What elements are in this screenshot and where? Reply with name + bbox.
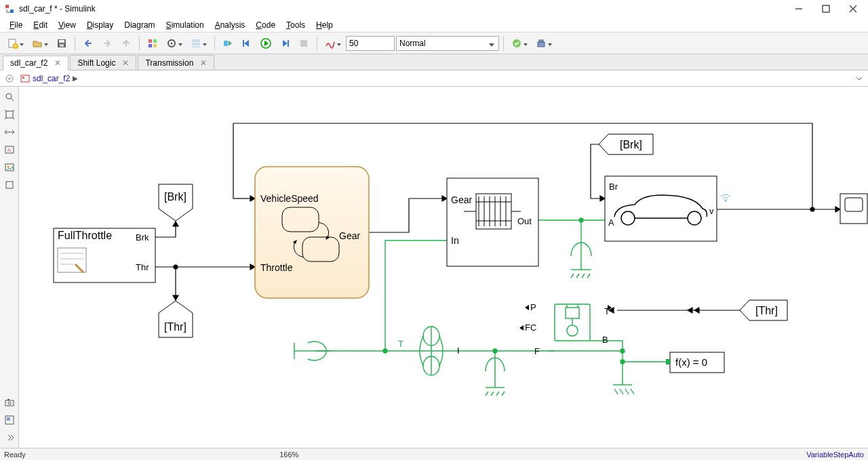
step-back-button[interactable] [238, 35, 256, 52]
breadcrumb-label: sdl_car_f2 [33, 74, 70, 83]
port-br-label: Br [609, 182, 618, 192]
window-minimize-button[interactable] [785, 0, 812, 18]
svg-text:A: A [7, 147, 12, 153]
explorer-drop-button[interactable] [853, 75, 865, 82]
menu-view[interactable]: View [53, 19, 81, 31]
canvas-palette: A [0, 87, 19, 448]
tab-close-icon[interactable]: ✕ [200, 59, 207, 67]
breadcrumb-root[interactable]: sdl_car_f2 ▶ [20, 74, 78, 83]
svg-rect-6 [59, 40, 64, 43]
svg-rect-34 [6, 182, 13, 188]
stream-icon [721, 194, 730, 201]
svg-rect-39 [7, 417, 10, 421]
menu-file[interactable]: Filedocument.currentScript.previousEleme… [4, 19, 28, 31]
solver-label: f(x) = 0 [675, 356, 707, 368]
up-button[interactable] [117, 35, 135, 52]
save-button[interactable] [53, 35, 71, 52]
port-gear: Gear [339, 230, 360, 241]
window-maximize-button[interactable] [812, 0, 840, 18]
signal-logging-button[interactable] [321, 35, 344, 52]
fast-restart-button[interactable] [219, 35, 237, 52]
tab-transmission[interactable]: Transmission ✕ [138, 55, 214, 70]
step-forward-button[interactable] [276, 35, 294, 52]
solver-configuration-block[interactable]: f(x) = 0 [666, 352, 724, 373]
image-button[interactable] [2, 160, 17, 175]
menu-tools[interactable]: Tools [281, 19, 311, 31]
svg-rect-17 [224, 41, 228, 46]
back-button[interactable] [79, 35, 97, 52]
scope-block[interactable] [840, 194, 867, 224]
simulation-mode-select[interactable]: Normal [396, 36, 499, 51]
tab-shift-logic[interactable]: Shift Logic ✕ [70, 55, 136, 70]
port-b-label: B [602, 335, 608, 345]
tab-label: sdl_car_f2 [10, 58, 47, 68]
svg-rect-14 [192, 39, 200, 42]
svg-rect-23 [538, 42, 545, 47]
svg-point-33 [7, 166, 9, 168]
menu-analysis[interactable]: Analysis [210, 19, 251, 31]
forward-button[interactable] [98, 35, 116, 52]
goto-thr-block[interactable]: [Thr] [159, 301, 193, 337]
mechanical-reference-b-icon[interactable] [613, 385, 634, 394]
menu-display[interactable]: Display [81, 19, 119, 31]
svg-rect-21 [300, 40, 307, 47]
engine-block[interactable]: P FC F T B [519, 302, 612, 356]
annotation-button[interactable]: A [2, 142, 17, 157]
port-t-label: T [398, 339, 403, 349]
tag-label: [Thr] [164, 321, 186, 333]
svg-rect-16 [192, 46, 200, 47]
port-in-label: In [451, 235, 459, 246]
signal-builder-block[interactable]: FullThrottle Brk Thr [54, 228, 155, 283]
svg-rect-27 [22, 77, 24, 79]
port-thr-label: Thr [136, 262, 149, 272]
run-button[interactable] [257, 35, 275, 52]
update-diagram-button[interactable] [508, 35, 531, 52]
open-button[interactable] [28, 35, 52, 52]
menu-edit[interactable]: Edit [28, 19, 53, 31]
model-config-button[interactable] [163, 35, 186, 52]
status-solver[interactable]: VariableStepAuto [806, 451, 864, 459]
svg-point-28 [6, 93, 12, 99]
expand-palette-button[interactable] [2, 430, 17, 445]
tab-close-icon[interactable]: ✕ [122, 59, 129, 67]
port-i-label: I [457, 346, 460, 356]
menu-diagram[interactable]: Diagram [119, 19, 160, 31]
explorer-bar: sdl_car_f2 ▶ [0, 70, 868, 87]
svg-rect-8 [149, 39, 152, 43]
screenshot-button[interactable] [2, 395, 17, 410]
stop-button[interactable] [295, 35, 313, 52]
build-button[interactable] [532, 35, 555, 52]
simulink-icon [4, 3, 15, 14]
model-icon [20, 74, 30, 83]
svg-rect-26 [21, 75, 29, 82]
stateflow-chart-block[interactable]: VehicleSpeed Gear Throttle [255, 167, 369, 298]
zoom-button[interactable] [2, 107, 17, 122]
bird-eye-button[interactable] [2, 413, 17, 427]
hide-explorer-button[interactable] [3, 72, 16, 85]
tab-sdl-car-f2[interactable]: sdl_car_f2 ✕ [3, 56, 68, 70]
menu-bar: Filedocument.currentScript.previousEleme… [0, 18, 868, 33]
pan-button[interactable] [2, 125, 17, 140]
menu-help[interactable]: Help [311, 19, 338, 31]
port-throttle: Throttle [260, 262, 293, 273]
svg-rect-9 [153, 39, 157, 43]
window-close-button[interactable] [840, 0, 867, 18]
new-model-button[interactable] [4, 35, 27, 52]
svg-rect-11 [153, 44, 157, 47]
svg-point-13 [171, 42, 173, 44]
svg-rect-1 [10, 9, 14, 13]
model-explorer-button[interactable] [187, 35, 210, 52]
tab-close-icon[interactable]: ✕ [54, 59, 61, 67]
stop-time-input[interactable] [346, 36, 395, 51]
library-browser-button[interactable] [144, 35, 161, 52]
menu-code[interactable]: Code [250, 19, 281, 31]
transmission-block[interactable]: Gear Out In [447, 178, 538, 266]
menu-simulation[interactable]: Simulation [161, 19, 210, 31]
from-thr-block[interactable]: [Thr] [740, 300, 787, 320]
fit-to-view-button[interactable] [2, 89, 17, 104]
vehicle-body-block[interactable]: Br A v [605, 176, 730, 241]
area-button[interactable] [2, 177, 17, 192]
diagram-canvas[interactable]: FullThrottle Brk Thr [Brk] [Thr] [19, 87, 868, 448]
from-brk-block[interactable]: [Brk] [599, 134, 653, 154]
goto-brk-block[interactable]: [Brk] [159, 184, 193, 221]
